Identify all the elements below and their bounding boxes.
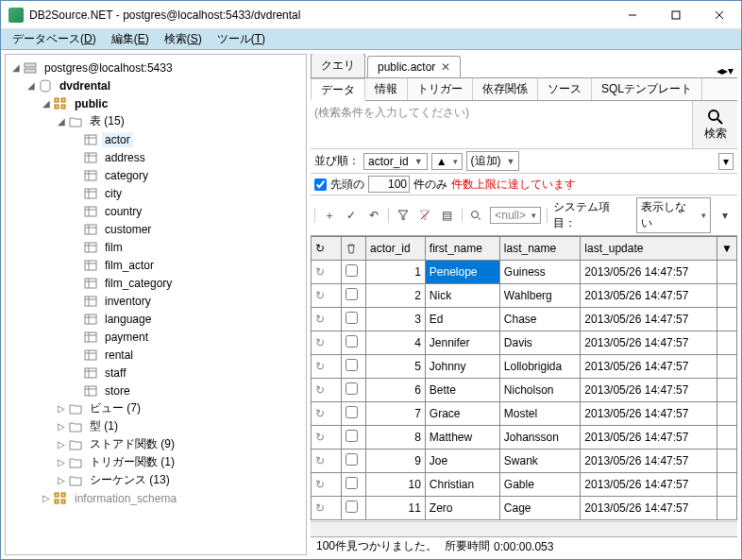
filter-clear-button[interactable]	[416, 207, 433, 224]
cell-last-name[interactable]: Davis	[499, 331, 581, 355]
sort-overflow[interactable]: ▾	[718, 153, 734, 170]
subtab-3[interactable]: 依存関係	[473, 78, 538, 100]
close-button[interactable]	[698, 1, 741, 29]
maximize-button[interactable]	[654, 1, 698, 29]
cell-last-name[interactable]: Cage	[499, 497, 581, 520]
row-checkbox[interactable]	[342, 473, 366, 497]
tree-table-film[interactable]: film	[6, 238, 306, 256]
tree-table-rental[interactable]: rental	[6, 346, 306, 364]
find-button[interactable]	[468, 207, 485, 224]
tree-table-store[interactable]: store	[6, 382, 306, 399]
cell-last-update[interactable]: 2013/05/26 14:47:57	[581, 331, 717, 355]
expander-icon[interactable]: ▷	[55, 421, 68, 432]
expander-icon[interactable]: ▷	[40, 493, 53, 503]
cell-first-name[interactable]: Penelope	[425, 261, 499, 284]
row-checkbox[interactable]	[342, 402, 366, 426]
row-refresh-button[interactable]: ↻	[312, 402, 342, 426]
menu-edit[interactable]: 編集(E)	[104, 29, 157, 49]
cell-actor-id[interactable]: 11	[366, 497, 426, 520]
add-row-button[interactable]: ＋	[321, 207, 338, 224]
menu-search[interactable]: 検索(S)	[157, 29, 210, 49]
tree-table-address[interactable]: address	[6, 148, 306, 166]
cell-last-update[interactable]: 2013/05/26 14:47:57	[581, 473, 717, 497]
cell-first-name[interactable]: Johnny	[425, 355, 499, 379]
cell-last-name[interactable]: Guiness	[499, 261, 581, 284]
tree-funcs-folder[interactable]: ▷ストアド関数 (9)	[6, 435, 306, 453]
tree-seqs-folder[interactable]: ▷シーケンス (13)	[6, 471, 306, 489]
tree-table-staff[interactable]: staff	[6, 364, 306, 382]
row-checkbox[interactable]	[342, 261, 366, 284]
menu-tool[interactable]: ツール(T)	[210, 29, 273, 49]
cell-last-name[interactable]: Johansson	[499, 426, 581, 450]
cell-first-name[interactable]: Ed	[425, 308, 499, 331]
cell-first-name[interactable]: Bette	[425, 379, 499, 402]
table-row[interactable]: ↻8MatthewJohansson2013/05/26 14:47:57	[312, 426, 737, 450]
data-grid-wrap[interactable]: ↻actor_idfirst_namelast_namelast_update▼…	[311, 236, 737, 521]
table-row[interactable]: ↻9JoeSwank2013/05/26 14:47:57	[312, 450, 737, 473]
table-row[interactable]: ↻6BetteNicholson2013/05/26 14:47:57	[312, 379, 737, 402]
tab-table-actor[interactable]: public.actor✕	[367, 56, 461, 77]
row-refresh-button[interactable]: ↻	[312, 497, 342, 520]
tree-server[interactable]: ◢postgres@localhost:5433	[6, 59, 306, 76]
cell-first-name[interactable]: Jennifer	[425, 331, 499, 355]
row-refresh-button[interactable]: ↻	[312, 379, 342, 402]
cell-last-update[interactable]: 2013/05/26 14:47:57	[581, 261, 717, 284]
cell-last-name[interactable]: Lollobrigida	[499, 355, 581, 379]
cell-last-name[interactable]: Mostel	[499, 402, 581, 426]
tree-table-actor[interactable]: actor	[6, 130, 306, 148]
row-refresh-button[interactable]: ↻	[312, 450, 342, 473]
cell-last-update[interactable]: 2013/05/26 14:47:57	[581, 426, 717, 450]
cell-last-name[interactable]: Nicholson	[499, 379, 581, 402]
row-refresh-button[interactable]: ↻	[312, 261, 342, 284]
cell-last-update[interactable]: 2013/05/26 14:47:57	[581, 450, 717, 473]
col-overflow[interactable]: ▼	[717, 237, 737, 261]
cell-actor-id[interactable]: 5	[366, 355, 426, 379]
cell-actor-id[interactable]: 6	[366, 379, 426, 402]
col-header-first_name[interactable]: first_name	[425, 237, 499, 261]
search-button[interactable]: 検索	[692, 101, 737, 148]
tree-table-country[interactable]: country	[6, 202, 306, 220]
table-row[interactable]: ↻2NickWahlberg2013/05/26 14:47:57	[312, 284, 737, 308]
toolbar-overflow[interactable]: ▾	[717, 207, 734, 224]
object-tree[interactable]: ◢postgres@localhost:5433◢dvdrental◢publi…	[6, 55, 306, 554]
subtab-4[interactable]: ソース	[538, 78, 592, 100]
table-row[interactable]: ↻4JenniferDavis2013/05/26 14:47:57	[312, 331, 737, 355]
tree-table-inventory[interactable]: inventory	[6, 292, 306, 310]
expander-icon[interactable]: ▷	[55, 403, 68, 414]
filter-button[interactable]	[395, 207, 412, 224]
row-checkbox[interactable]	[342, 355, 366, 379]
row-header-refresh[interactable]: ↻	[312, 237, 342, 261]
expander-icon[interactable]: ◢	[40, 98, 53, 109]
tree-views-folder[interactable]: ▷ビュー (7)	[6, 399, 306, 417]
cell-last-name[interactable]: Wahlberg	[499, 284, 581, 308]
tree-trigs-folder[interactable]: ▷トリガー関数 (1)	[6, 453, 306, 471]
cell-actor-id[interactable]: 3	[366, 308, 426, 331]
cell-actor-id[interactable]: 9	[366, 450, 426, 473]
cell-first-name[interactable]: Grace	[425, 402, 499, 426]
cell-first-name[interactable]: Matthew	[425, 426, 499, 450]
cell-actor-id[interactable]: 1	[366, 261, 426, 284]
revert-button[interactable]: ↶	[365, 207, 382, 224]
tree-table-customer[interactable]: customer	[6, 220, 306, 238]
col-header-last_name[interactable]: last_name	[499, 237, 581, 261]
subtab-5[interactable]: SQLテンプレート	[592, 78, 702, 100]
cell-first-name[interactable]: Christian	[425, 473, 499, 497]
col-header-last_update[interactable]: last_update	[581, 237, 717, 261]
limit-checkbox[interactable]	[314, 178, 327, 191]
row-checkbox[interactable]	[342, 308, 366, 331]
cell-first-name[interactable]: Zero	[425, 497, 499, 520]
tree-schema[interactable]: ◢public	[6, 94, 306, 112]
table-row[interactable]: ↻5JohnnyLollobrigida2013/05/26 14:47:57	[312, 355, 737, 379]
tree-table-film_category[interactable]: film_category	[6, 274, 306, 292]
row-checkbox[interactable]	[342, 497, 366, 520]
sort-column-select[interactable]: actor_id▼	[363, 153, 428, 170]
menu-database[interactable]: データベース(D)	[5, 29, 104, 49]
subtab-0[interactable]: データ	[311, 78, 365, 101]
cell-last-update[interactable]: 2013/05/26 14:47:57	[581, 284, 717, 308]
expander-icon[interactable]: ▷	[55, 457, 68, 467]
cell-last-update[interactable]: 2013/05/26 14:47:57	[581, 308, 717, 331]
expander-icon[interactable]: ▷	[55, 439, 68, 450]
tree-table-film_actor[interactable]: film_actor	[6, 256, 306, 274]
tree-info-schema[interactable]: ▷information_schema	[6, 489, 306, 507]
tree-database[interactable]: ◢dvdrental	[6, 76, 306, 94]
